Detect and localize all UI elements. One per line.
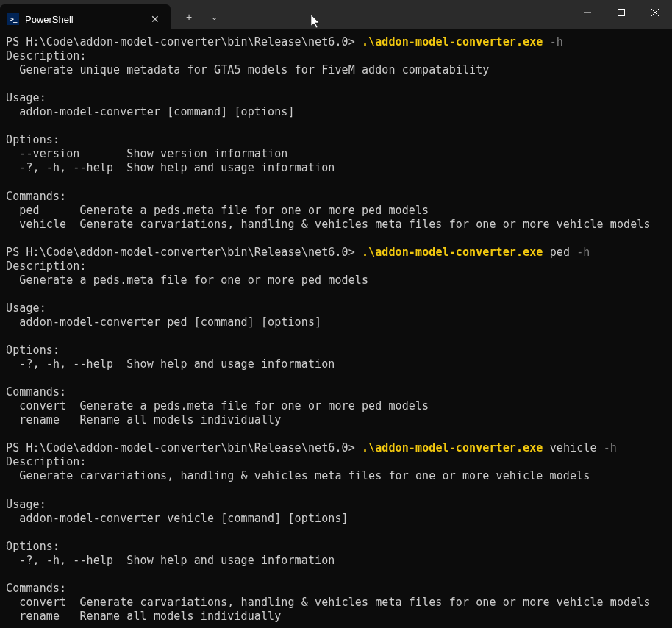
window-controls [571,0,672,25]
tab-dropdown-button[interactable]: ⌄ [201,4,226,29]
terminal-output[interactable]: PS H:\Code\addon-model-converter\bin\Rel… [0,29,672,628]
mouse-cursor-icon [311,15,321,29]
prompt-text: PS H:\Code\addon-model-converter\bin\Rel… [6,246,355,259]
arg-text: -h [604,441,617,454]
close-tab-button[interactable]: ✕ [149,13,162,26]
output-block: Description: Generate a peds.meta file f… [6,260,429,427]
minimize-button[interactable] [571,0,604,25]
executable-text: .\addon-model-converter.exe [362,246,543,259]
titlebar: PowerShell ✕ + ⌄ [0,0,672,29]
maximize-button[interactable] [604,0,638,25]
arg-text: -h [550,35,563,49]
close-window-button[interactable] [638,0,672,25]
tab-powershell[interactable]: PowerShell ✕ [0,4,171,34]
powershell-icon [7,13,19,25]
tab-title: PowerShell [25,14,143,25]
executable-text: .\addon-model-converter.exe [362,35,543,49]
output-block: Description: Generate carvariations, han… [6,455,651,623]
prompt-text: PS H:\Code\addon-model-converter\bin\Rel… [6,441,355,454]
svg-rect-1 [618,10,625,16]
tab-actions: + ⌄ [171,4,226,29]
prompt-text: PS H:\Code\addon-model-converter\bin\Rel… [6,35,355,49]
subcmd-text: ped [550,246,570,259]
output-block: Description: Generate unique metadata fo… [6,49,651,231]
subcmd-text: vehicle [550,441,597,454]
executable-text: .\addon-model-converter.exe [362,441,543,454]
new-tab-button[interactable]: + [176,4,201,29]
arg-text: -h [576,246,590,259]
